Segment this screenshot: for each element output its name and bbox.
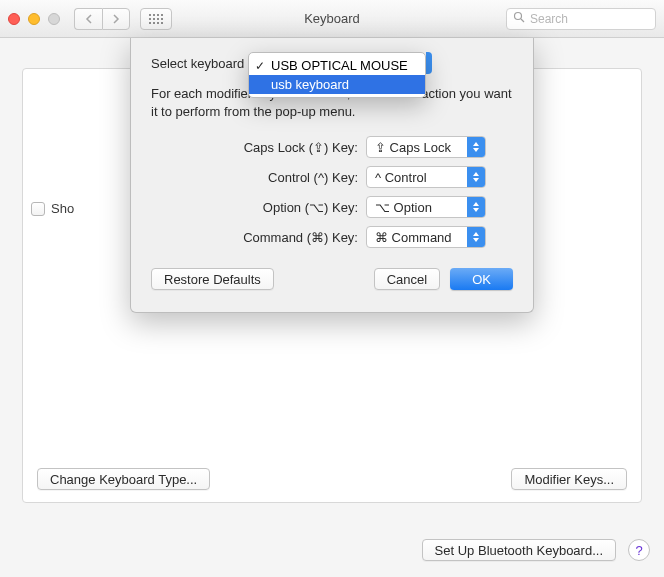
bluetooth-keyboard-button[interactable]: Set Up Bluetooth Keyboard... [422, 539, 616, 561]
show-all-button[interactable] [140, 8, 172, 30]
search-field[interactable]: Search [506, 8, 656, 30]
capslock-popup[interactable]: ⇪ Caps Lock [366, 136, 486, 158]
modifier-keys-button[interactable]: Modifier Keys... [511, 468, 627, 490]
dropdown-item-usb-keyboard[interactable]: usb keyboard [249, 75, 425, 94]
dropdown-item-usb-optical-mouse[interactable]: USB OPTICAL MOUSE [249, 56, 425, 75]
close-window-button[interactable] [8, 13, 20, 25]
window-title: Keyboard [304, 11, 360, 26]
command-label: Command (⌘) Key: [178, 230, 358, 245]
checkbox[interactable] [31, 202, 45, 216]
svg-point-0 [515, 13, 522, 20]
search-icon [513, 11, 525, 26]
cancel-button[interactable]: Cancel [374, 268, 440, 290]
bottom-bar: Set Up Bluetooth Keyboard... ? [0, 523, 664, 577]
zoom-window-button [48, 13, 60, 25]
control-label: Control (^) Key: [178, 170, 358, 185]
chevron-right-icon [112, 14, 120, 24]
minimize-window-button[interactable] [28, 13, 40, 25]
search-placeholder: Search [530, 12, 568, 26]
help-button[interactable]: ? [628, 539, 650, 561]
updown-icon [467, 137, 485, 157]
chevron-left-icon [85, 14, 93, 24]
checkbox-label: Sho [51, 201, 74, 216]
option-popup[interactable]: ⌥ Option [366, 196, 486, 218]
updown-icon [467, 167, 485, 187]
option-label: Option (⌥) Key: [178, 200, 358, 215]
updown-icon [467, 197, 485, 217]
select-keyboard-dropdown[interactable]: USB OPTICAL MOUSE usb keyboard [248, 52, 426, 98]
titlebar: Keyboard Search [0, 0, 664, 38]
ok-button[interactable]: OK [450, 268, 513, 290]
updown-icon [467, 227, 485, 247]
grid-icon [149, 14, 163, 24]
svg-line-1 [521, 19, 524, 22]
checkbox-row: Sho [31, 201, 74, 216]
capslock-label: Caps Lock (⇪) Key: [178, 140, 358, 155]
command-popup[interactable]: ⌘ Command [366, 226, 486, 248]
select-keyboard-label: Select keyboard [151, 56, 244, 71]
control-popup[interactable]: ^ Control [366, 166, 486, 188]
forward-button[interactable] [102, 8, 130, 30]
change-keyboard-type-button[interactable]: Change Keyboard Type... [37, 468, 210, 490]
back-button[interactable] [74, 8, 102, 30]
nav-buttons [74, 8, 130, 30]
select-keyboard-arrows [426, 52, 432, 74]
restore-defaults-button[interactable]: Restore Defaults [151, 268, 274, 290]
traffic-lights [8, 13, 60, 25]
